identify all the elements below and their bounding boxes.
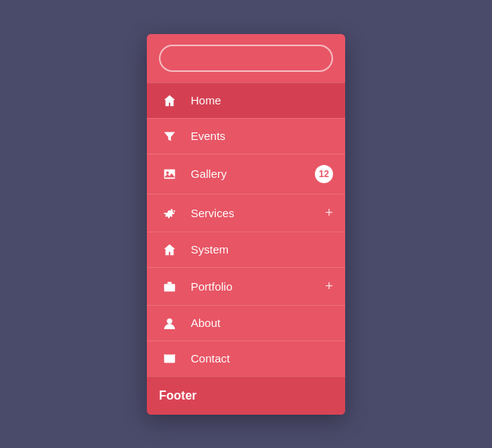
footer-section: Footer [147, 376, 345, 415]
gear-icon [159, 206, 180, 219]
sidebar-item-home[interactable]: Home [147, 82, 345, 118]
home-icon [159, 94, 180, 107]
system-home-icon [159, 243, 180, 257]
user-icon [159, 316, 180, 330]
sidebar-item-label: Portfolio [191, 280, 325, 293]
filter-icon [159, 129, 180, 143]
briefcase-icon [159, 279, 180, 293]
sidebar-item-events[interactable]: Events [147, 118, 345, 154]
sidebar-item-label: Gallery [191, 167, 315, 180]
sidebar-item-label: System [191, 243, 333, 256]
sidebar-item-label: Services [191, 207, 325, 219]
sidebar-item-label: Contact [191, 352, 333, 365]
search-input[interactable] [159, 45, 333, 72]
sidebar-item-portfolio[interactable]: Portfolio + [147, 267, 345, 305]
portfolio-plus-icon: + [325, 278, 333, 294]
sidebar-item-services[interactable]: Services + [147, 194, 345, 232]
sidebar-item-gallery[interactable]: Gallery 12 [147, 154, 345, 194]
sidebar-item-system[interactable]: System [147, 232, 345, 267]
sidebar-item-label: Home [191, 94, 333, 107]
footer-label: Footer [159, 389, 197, 402]
sidebar-item-contact[interactable]: Contact [147, 341, 345, 376]
svg-point-1 [167, 171, 170, 174]
image-icon [159, 167, 180, 181]
envelope-icon [159, 352, 180, 366]
services-plus-icon: + [325, 205, 333, 221]
sidebar-item-label: About [191, 316, 333, 329]
menu-container: Home Events Gallery 12 Services + [147, 34, 345, 415]
sidebar-item-label: Events [191, 129, 333, 142]
sidebar-item-about[interactable]: About [147, 305, 345, 341]
svg-point-4 [167, 318, 172, 323]
search-bar [147, 34, 345, 82]
gallery-badge: 12 [315, 165, 333, 183]
